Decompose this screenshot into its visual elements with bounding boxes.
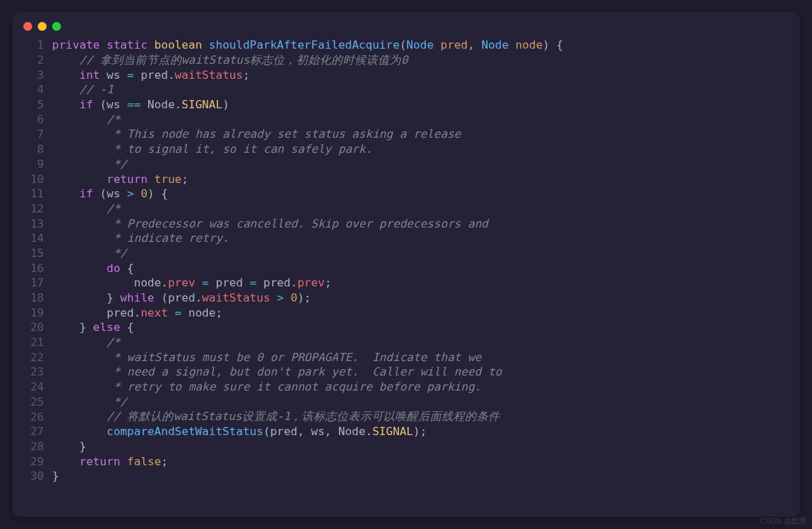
line-number: 29 (22, 455, 44, 468)
token: 0 (141, 187, 147, 200)
token (52, 410, 106, 423)
token (52, 262, 106, 275)
token: (ws (93, 98, 128, 111)
code-line: 15 */ (22, 246, 790, 261)
token (52, 173, 106, 186)
token: // -1 (80, 83, 114, 96)
token: Node (407, 38, 434, 51)
token: // 拿到当前节点的waitStatus标志位，初始化的时候该值为0 (80, 53, 408, 68)
token (100, 38, 107, 51)
maximize-icon[interactable] (52, 22, 61, 31)
code-line: 4 // -1 (22, 82, 790, 97)
token (52, 83, 80, 96)
code-line: 13 * Predecessor was cancelled. Skip ove… (22, 216, 790, 231)
token: pred (440, 38, 468, 51)
line-number: 3 (22, 69, 44, 82)
token: } (52, 291, 120, 304)
code-content: * Predecessor was cancelled. Skip over p… (52, 217, 488, 230)
token (52, 53, 80, 66)
code-content: // -1 (52, 83, 113, 96)
token: */ (106, 158, 127, 171)
code-content: */ (52, 247, 127, 260)
code-content: /* (52, 336, 120, 349)
token: . (161, 276, 168, 289)
code-line: 9 */ (22, 157, 790, 172)
token (147, 173, 154, 186)
token: . (291, 276, 298, 289)
close-icon[interactable] (23, 22, 32, 31)
token: node (52, 276, 161, 289)
token (52, 365, 106, 378)
code-content: } (52, 469, 59, 482)
token: ); (298, 291, 311, 304)
line-number: 6 (22, 113, 44, 126)
code-content: compareAndSetWaitStatus(pred, ws, Node.S… (52, 425, 427, 438)
token: next (141, 306, 168, 319)
token: SIGNAL (372, 425, 414, 438)
code-line: 2 // 拿到当前节点的waitStatus标志位，初始化的时候该值为0 (22, 53, 790, 68)
token: * retry to make sure it cannot acquire b… (106, 380, 481, 393)
line-number: 4 (22, 83, 44, 96)
code-content: do { (52, 262, 134, 275)
code-content: pred.next = node; (52, 306, 222, 319)
token (52, 113, 106, 126)
line-number: 11 (22, 187, 44, 200)
code-content: * need a signal, but don't park yet. Cal… (52, 365, 502, 378)
line-number: 20 (22, 321, 44, 334)
token: . (168, 69, 175, 82)
token (134, 187, 141, 200)
token: ); (414, 425, 427, 438)
token: static (106, 38, 147, 51)
line-number: 14 (22, 232, 44, 245)
token: { (120, 321, 134, 334)
line-number: 17 (22, 276, 44, 289)
code-content: return false; (52, 455, 168, 468)
token: ; (324, 276, 331, 289)
token: 0 (291, 291, 298, 304)
token (52, 98, 80, 111)
token: > (127, 187, 134, 200)
code-content: */ (52, 395, 127, 408)
token: prev (298, 276, 325, 289)
token (52, 187, 80, 200)
line-number: 26 (22, 410, 44, 423)
code-line: 19 pred.next = node; (22, 305, 790, 320)
line-number: 21 (22, 336, 44, 349)
token (52, 158, 106, 171)
line-number: 10 (22, 173, 44, 186)
minimize-icon[interactable] (38, 22, 47, 31)
code-line: 12 /* (22, 201, 790, 217)
token: true (154, 173, 182, 186)
token: . (175, 98, 182, 111)
token (52, 127, 106, 140)
token (52, 336, 106, 349)
line-number: 13 (22, 217, 44, 230)
line-number: 23 (22, 365, 44, 378)
token: { (120, 262, 134, 275)
code-content: } else { (52, 321, 134, 334)
token (52, 143, 106, 156)
token: = (175, 306, 182, 319)
line-number: 2 (22, 53, 44, 66)
token: false (127, 455, 161, 468)
code-content: * This node has already set status askin… (52, 127, 461, 140)
code-line: 30} (22, 469, 790, 484)
code-line: 8 * to signal it, so it can safely park. (22, 142, 790, 157)
code-content: } while (pred.waitStatus > 0); (52, 291, 311, 304)
token: } (52, 321, 93, 334)
token: ws (100, 69, 128, 82)
token: > (277, 291, 284, 304)
token: * need a signal, but don't park yet. Cal… (106, 365, 501, 378)
token: Node (481, 38, 509, 51)
token (195, 276, 202, 289)
code-content: // 将默认的waitStatus设置成-1，该标志位表示可以唤醒后面线程的条件 (52, 409, 501, 424)
code-content: int ws = pred.waitStatus; (52, 69, 250, 82)
code-window: 1private static boolean shouldParkAfterF… (12, 12, 800, 517)
token: if (80, 187, 93, 200)
code-line: 11 if (ws > 0) { (22, 186, 790, 201)
token: ; (243, 69, 250, 82)
code-line: 23 * need a signal, but don't park yet. … (22, 365, 790, 380)
token: node; (182, 306, 223, 319)
token: * Predecessor was cancelled. Skip over p… (106, 217, 488, 230)
code-line: 25 */ (22, 395, 790, 410)
